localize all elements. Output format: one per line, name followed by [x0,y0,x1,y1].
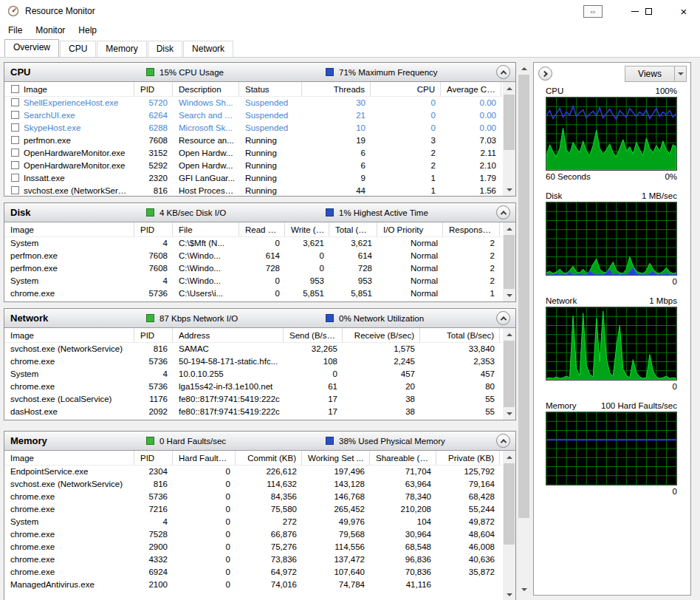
table-row[interactable]: perfmon.exe7608Resource an...Running1937… [4,134,503,147]
row-checkbox[interactable] [11,123,19,132]
views-dropdown-button[interactable] [674,67,686,81]
table-row[interactable]: svchost.exe (NetworkService)8160114,6321… [4,478,503,491]
scroll-down-button[interactable] [518,583,530,596]
scroll-down-button[interactable] [503,588,515,600]
tab-memory[interactable]: Memory [97,41,146,57]
snap-arrows-button[interactable]: ⇔ [583,5,603,18]
column-header-average-cpu[interactable]: Average CPU [441,82,501,96]
table-row[interactable]: chrome.exe573650-194-58-171-static.hfc..… [4,355,503,368]
menu-file[interactable]: File [1,25,29,35]
table-row[interactable]: svchost.exe (LocalService)1176fe80::817f… [4,393,503,406]
table-row[interactable]: Inssatt.exe2320GFI LanGuar...Running911.… [4,172,503,185]
column-header-image[interactable]: Image [4,222,134,236]
column-header-description[interactable]: Description [173,82,239,96]
table-row[interactable]: svchost.exe (NetworkService)816SAMAC32,2… [4,343,503,355]
table-row[interactable]: perfmon.exe7608C:\Windo...6140614Normal2 [4,250,503,262]
scrollbar-thumb[interactable] [504,235,515,289]
memory-section-header[interactable]: Memory 0 Hard Faults/sec 38% Used Physic… [4,432,515,451]
column-header-private-kb[interactable]: Private (KB) [436,451,500,465]
row-checkbox[interactable] [11,136,19,144]
column-header-shareable-kb[interactable]: Shareable (KB) [370,451,436,465]
table-row[interactable]: chrome.exe2900075,276114,55668,54846,008 [4,541,503,553]
disk-section-header[interactable]: Disk 4 KB/sec Disk I/O 1% Highest Active… [4,203,515,222]
table-scrollbar[interactable] [503,451,515,600]
row-checkbox[interactable] [11,161,19,169]
column-header-commit-kb[interactable]: Commit (KB) [236,451,302,465]
table-row[interactable]: System4027249,97610449,872 [4,516,503,528]
scroll-up-button[interactable] [503,222,515,235]
column-header-threads[interactable]: Threads [302,82,371,96]
table-row[interactable]: chrome.exe5736084,356146,76878,34068,428 [4,491,503,503]
table-row[interactable]: OpenHardwareMonitor.exe5292Open Hardw...… [4,160,503,172]
cpu-collapse-button[interactable] [496,65,510,79]
table-row[interactable]: svchost.exe (NetworkService)816Host Proc… [4,185,503,196]
memory-collapse-button[interactable] [496,434,510,448]
main-scrollbar[interactable] [518,62,530,596]
table-row[interactable]: EndpointService.exe23040226,612197,49671… [4,466,503,478]
collapse-panel-button[interactable] [538,67,552,81]
close-button[interactable]: × [678,4,690,18]
table-row[interactable]: System4C:\$Mft (N...03,6213,621Normal2 [4,237,503,250]
column-header-pid[interactable]: PID [134,222,173,236]
column-header-hard-faults-sec[interactable]: Hard Faults/sec [173,451,236,465]
table-scrollbar[interactable] [503,222,515,301]
table-row[interactable]: ManagedAntivirus.exe2100074,01674,78441,… [4,579,503,591]
table-row[interactable]: System410.0.10.2550457457 [4,368,503,381]
disk-collapse-button[interactable] [496,205,510,219]
scroll-up-button[interactable] [503,82,515,95]
column-header-status[interactable]: Status [239,82,302,96]
tab-overview[interactable]: Overview [4,39,59,57]
scrollbar-thumb[interactable] [518,75,529,518]
column-header-total-b-sec[interactable]: Total (B/sec) [420,328,500,342]
column-header-response[interactable]: Response ... [443,222,500,236]
table-row[interactable]: perfmon.exe7608C:\Windo...7280728Normal2 [4,262,503,275]
network-collapse-button[interactable] [496,311,510,325]
menu-monitor[interactable]: Monitor [29,25,72,35]
table-row[interactable]: System4C:\Windo...0953953Normal2 [4,275,503,287]
maximize-button[interactable] [642,4,654,18]
row-checkbox[interactable] [11,98,19,106]
scroll-down-button[interactable] [503,407,515,420]
scrollbar-thumb[interactable] [504,95,515,150]
column-header-i-o-priority[interactable]: I/O Priority [377,222,443,236]
scroll-down-button[interactable] [503,289,515,301]
cpu-section-header[interactable]: CPU 15% CPU Usage 71% Maximum Frequency [4,63,515,82]
table-row[interactable]: dasHost.exe2092fe80::817f:9741:5419:222c… [4,406,503,418]
row-checkbox[interactable] [11,149,19,157]
minimize-button[interactable] [629,4,641,18]
table-row[interactable]: chrome.exe5736lga15s42-in-f3.1e100.net61… [4,381,503,393]
column-header-address[interactable]: Address [173,328,284,342]
column-header-pid[interactable]: PID [134,451,173,465]
select-all-checkbox[interactable] [11,85,19,93]
column-header-pid[interactable]: PID [134,328,173,342]
tab-cpu[interactable]: CPU [60,41,96,57]
table-row[interactable]: chrome.exe5736C:\Users\i...05,8515,851No… [4,287,503,300]
scroll-up-button[interactable] [518,62,530,75]
column-header-cpu[interactable]: CPU [371,82,441,96]
row-checkbox[interactable] [11,174,19,182]
table-row[interactable]: chrome.exe7528066,87679,56830,96448,604 [4,528,503,541]
column-header-file[interactable]: File [173,222,239,236]
column-header-pid[interactable]: PID [134,82,173,96]
column-header-write-b-s[interactable]: Write (B/s... [285,222,329,236]
menu-help[interactable]: Help [72,25,103,35]
scrollbar-thumb[interactable] [504,463,515,545]
table-row[interactable]: chrome.exe7216075,580265,452210,20855,24… [4,503,503,516]
column-header-working-set[interactable]: Working Set ... [302,451,370,465]
table-row[interactable]: chrome.exe6924064,972107,64070,83635,872 [4,566,503,579]
column-header-total-b-sec[interactable]: Total (B/sec) [329,222,377,236]
column-header-image[interactable]: Image [4,451,134,465]
column-header-image[interactable]: Image [4,82,134,96]
column-header-send-b-sec[interactable]: Send (B/sec) [284,328,343,342]
table-row[interactable]: chrome.exe4332073,836137,47296,83640,636 [4,553,503,566]
column-header-image[interactable]: Image [4,328,134,342]
scroll-up-button[interactable] [503,328,515,341]
views-button[interactable]: Views [625,66,687,82]
scrollbar-thumb[interactable] [504,341,515,407]
tab-network[interactable]: Network [183,41,233,57]
network-section-header[interactable]: Network 87 Kbps Network I/O 0% Network U… [4,309,515,328]
row-checkbox[interactable] [11,111,19,119]
column-header-receive-b-sec[interactable]: Receive (B/sec) [343,328,420,342]
table-row[interactable]: ShellExperienceHost.exe5720Windows Sh...… [4,97,503,109]
tab-disk[interactable]: Disk [148,41,182,57]
